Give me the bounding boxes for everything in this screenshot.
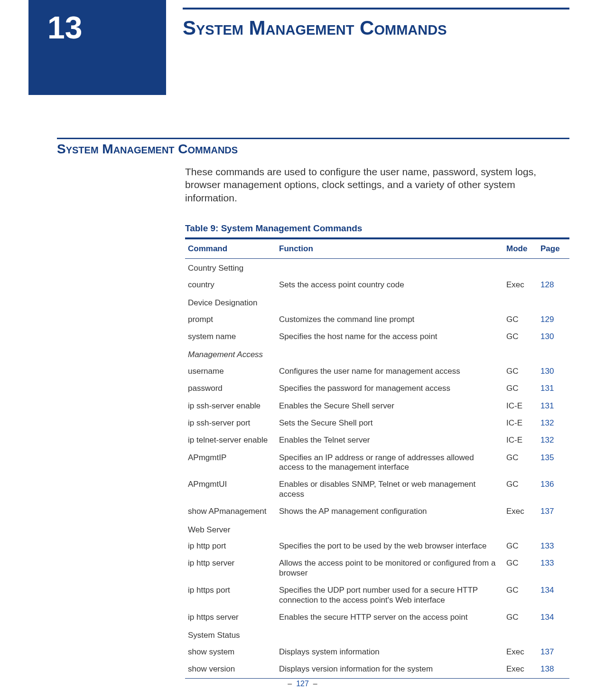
cell-mode: GC	[503, 538, 538, 555]
table-row: system nameSpecifies the host name for t…	[185, 328, 569, 345]
cell-mode: GC	[503, 328, 538, 345]
cell-page-link[interactable]: 132	[538, 415, 569, 432]
cell-command: username	[185, 363, 276, 380]
cell-command: ip https port	[185, 582, 276, 609]
cell-function: Enables the Telnet server	[276, 432, 503, 449]
cell-command: password	[185, 380, 276, 397]
cell-mode: Exec	[503, 503, 538, 520]
table-row: show APmanagementShows the AP management…	[185, 503, 569, 520]
cell-function: Specifies an IP address or range of addr…	[276, 449, 503, 476]
cell-page-link[interactable]: 137	[538, 643, 569, 661]
table-row: passwordSpecifies the password for manag…	[185, 380, 569, 397]
th-command: Command	[185, 239, 276, 258]
table-bottom-rule	[185, 678, 569, 679]
cell-mode: Exec	[503, 643, 538, 661]
th-mode: Mode	[503, 239, 538, 258]
table-section-row: Web Server	[185, 520, 569, 538]
table-row: show systemDisplays system informationEx…	[185, 643, 569, 661]
table-section-label: Device Designation	[185, 293, 569, 311]
table-row: ip ssh-server enableEnables the Secure S…	[185, 397, 569, 415]
cell-page-link[interactable]: 137	[538, 503, 569, 520]
cell-page-link[interactable]: 138	[538, 661, 569, 678]
table-row: APmgmtIPSpecifies an IP address or range…	[185, 449, 569, 476]
table-section-row: Management Access	[185, 345, 569, 362]
footer-dash-left: –	[288, 680, 292, 688]
cell-command: ip ssh-server port	[185, 415, 276, 432]
cell-function: Sets the Secure Shell port	[276, 415, 503, 432]
cell-page-link[interactable]: 134	[538, 582, 569, 609]
cell-function: Specifies the port to be used by the web…	[276, 538, 503, 555]
cell-function: Displays version information for the sys…	[276, 661, 503, 678]
commands-table: Command Function Mode Page Country Setti…	[185, 239, 569, 678]
cell-command: ip http port	[185, 538, 276, 555]
table-row: ip https serverEnables the secure HTTP s…	[185, 609, 569, 626]
table-row: promptCustomizes the command line prompt…	[185, 311, 569, 328]
cell-page-link[interactable]: 133	[538, 555, 569, 582]
cell-command: APmgmtIP	[185, 449, 276, 476]
table-caption: Table 9: System Management Commands	[185, 223, 569, 234]
cell-mode: IC-E	[503, 432, 538, 449]
cell-mode: GC	[503, 380, 538, 397]
cell-page-link[interactable]: 133	[538, 538, 569, 555]
section-rule	[57, 138, 569, 139]
cell-mode: GC	[503, 363, 538, 380]
table-row: ip telnet-server enableEnables the Telne…	[185, 432, 569, 449]
cell-page-link[interactable]: 134	[538, 609, 569, 626]
cell-function: Displays system information	[276, 643, 503, 661]
table-row: ip http portSpecifies the port to be use…	[185, 538, 569, 555]
cell-page-link[interactable]: 128	[538, 276, 569, 293]
cell-page-link[interactable]: 135	[538, 449, 569, 476]
cell-command: ip telnet-server enable	[185, 432, 276, 449]
table-section-row: Country Setting	[185, 259, 569, 276]
cell-page-link[interactable]: 130	[538, 363, 569, 380]
cell-function: Customizes the command line prompt	[276, 311, 503, 328]
cell-function: Configures the user name for management …	[276, 363, 503, 380]
cell-mode: IC-E	[503, 415, 538, 432]
cell-command: prompt	[185, 311, 276, 328]
section-intro: These commands are used to configure the…	[185, 165, 569, 204]
table-section-row: System Status	[185, 626, 569, 643]
table-row: usernameConfigures the user name for man…	[185, 363, 569, 380]
header-rule	[183, 8, 569, 9]
cell-mode: GC	[503, 449, 538, 476]
cell-mode: GC	[503, 609, 538, 626]
cell-command: country	[185, 276, 276, 293]
table-row: show versionDisplays version information…	[185, 661, 569, 678]
cell-command: ip ssh-server enable	[185, 397, 276, 415]
table-section-label: System Status	[185, 626, 569, 643]
cell-page-link[interactable]: 129	[538, 311, 569, 328]
chapter-number: 13	[47, 9, 82, 46]
cell-function: Sets the access point country code	[276, 276, 503, 293]
cell-command: ip http server	[185, 555, 276, 582]
cell-command: ip https server	[185, 609, 276, 626]
cell-command: show system	[185, 643, 276, 661]
cell-function: Specifies the host name for the access p…	[276, 328, 503, 345]
table-section-label: Country Setting	[185, 259, 569, 276]
cell-function: Enables or disables SNMP, Telnet or web …	[276, 476, 503, 503]
cell-page-link[interactable]: 131	[538, 380, 569, 397]
cell-command: system name	[185, 328, 276, 345]
chapter-title: System Management Commands	[183, 17, 447, 39]
cell-command: show version	[185, 661, 276, 678]
table-row: countrySets the access point country cod…	[185, 276, 569, 293]
table-section-label: Web Server	[185, 520, 569, 538]
table-section-label: Management Access	[185, 345, 569, 362]
table-row: ip http serverAllows the access point to…	[185, 555, 569, 582]
cell-page-link[interactable]: 132	[538, 432, 569, 449]
th-page: Page	[538, 239, 569, 258]
cell-command: show APmanagement	[185, 503, 276, 520]
cell-page-link[interactable]: 131	[538, 397, 569, 415]
table-row: ip https portSpecifies the UDP port numb…	[185, 582, 569, 609]
cell-mode: GC	[503, 582, 538, 609]
cell-page-link[interactable]: 136	[538, 476, 569, 503]
cell-mode: GC	[503, 555, 538, 582]
table-section-row: Device Designation	[185, 293, 569, 311]
cell-function: Specifies the UDP port number used for a…	[276, 582, 503, 609]
cell-page-link[interactable]: 130	[538, 328, 569, 345]
cell-function: Allows the access point to be monitored …	[276, 555, 503, 582]
cell-function: Enables the Secure Shell server	[276, 397, 503, 415]
commands-table-wrap: Table 9: System Management Commands Comm…	[185, 223, 569, 679]
cell-function: Shows the AP management configuration	[276, 503, 503, 520]
footer-page-number: 127	[296, 680, 309, 688]
cell-mode: IC-E	[503, 397, 538, 415]
